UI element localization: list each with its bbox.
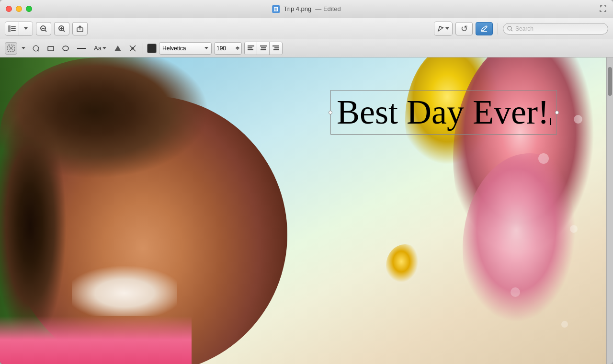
svg-rect-32 xyxy=(272,46,279,46)
font-dropdown-icon xyxy=(204,47,208,49)
svg-marker-24 xyxy=(114,46,121,51)
font-name-label: Helvetica xyxy=(162,45,186,52)
traffic-lights xyxy=(6,6,32,12)
adjust-icon xyxy=(129,45,136,52)
annotation-text[interactable]: Best Day Ever! xyxy=(337,93,549,131)
svg-rect-21 xyxy=(48,46,54,51)
zoom-out-button[interactable] xyxy=(36,22,51,35)
shirt xyxy=(0,316,192,364)
triangle-icon xyxy=(114,45,122,52)
align-left-button[interactable] xyxy=(245,42,257,55)
pen-tool-button[interactable] xyxy=(434,22,452,35)
dot3 xyxy=(570,225,578,233)
dot4 xyxy=(511,287,520,297)
handle-right[interactable] xyxy=(555,111,559,114)
selection-dropdown[interactable] xyxy=(20,42,27,55)
search-placeholder: Search xyxy=(515,25,534,32)
separator1 xyxy=(498,23,498,34)
expand-button[interactable] xyxy=(600,5,607,13)
scrollbar-vertical[interactable] xyxy=(606,57,613,364)
sidebar-toggle-button[interactable] xyxy=(5,22,19,35)
ellipse-tool-button[interactable] xyxy=(59,42,72,55)
search-box[interactable]: Search xyxy=(503,23,608,34)
handle-left[interactable] xyxy=(329,111,332,114)
smart-lasso-button[interactable] xyxy=(30,42,42,55)
zoom-in-button[interactable] xyxy=(54,22,69,35)
close-button[interactable] xyxy=(6,6,12,12)
canvas-area[interactable]: Best Day Ever! xyxy=(0,57,613,364)
line-icon xyxy=(77,45,86,52)
text-tool-button[interactable]: Aa xyxy=(91,42,109,55)
svg-rect-31 xyxy=(261,49,266,50)
font-selector[interactable]: Helvetica xyxy=(159,42,212,55)
svg-rect-27 xyxy=(248,47,252,48)
align-right-button[interactable] xyxy=(270,42,282,55)
search-icon xyxy=(507,26,513,32)
ellipse-icon xyxy=(62,45,69,52)
pool-bg xyxy=(303,272,606,364)
svg-rect-2 xyxy=(11,28,16,29)
text-tool-label: Aa xyxy=(94,45,102,52)
svg-rect-30 xyxy=(261,47,266,48)
text-annotation-box[interactable]: Best Day Ever! xyxy=(330,90,557,135)
share-button[interactable] xyxy=(72,22,88,35)
main-window: 🖼 Trip 4.png — Edited xyxy=(0,0,613,364)
selection-tool-button[interactable] xyxy=(5,42,17,55)
toolbar1: ↺ Search xyxy=(0,18,613,39)
small-yellow-balloon xyxy=(386,244,424,287)
scrollbar-thumb[interactable] xyxy=(608,67,612,96)
align-center-button[interactable] xyxy=(257,42,270,55)
svg-line-13 xyxy=(440,26,443,28)
titlebar-center: 🖼 Trip 4.png — Edited xyxy=(272,5,341,13)
text-cursor xyxy=(550,118,551,125)
titlebar: 🖼 Trip 4.png — Edited xyxy=(0,0,613,18)
align-right-icon xyxy=(272,46,279,51)
undo-icon: ↺ xyxy=(461,23,468,34)
minimize-button[interactable] xyxy=(16,6,22,12)
annotate-button[interactable] xyxy=(476,22,493,35)
window-title: Trip 4.png xyxy=(284,5,311,12)
dot1 xyxy=(574,115,582,124)
svg-rect-3 xyxy=(11,30,16,31)
chevron-down-icon2 xyxy=(236,48,239,50)
tb2-sep1 xyxy=(143,43,143,54)
dot5 xyxy=(561,321,568,328)
chevron-up-icon xyxy=(236,46,239,48)
font-size-selector[interactable]: 190 xyxy=(214,42,242,55)
adjust-tool-button[interactable] xyxy=(126,42,139,55)
line-tool-button[interactable] xyxy=(74,42,89,55)
undo-button[interactable]: ↺ xyxy=(455,22,473,35)
svg-rect-26 xyxy=(248,46,254,46)
toolbar2: Aa Helvetica 190 xyxy=(0,39,613,57)
rect-icon xyxy=(47,45,55,52)
text-align-group xyxy=(244,42,283,55)
chevron-down-icon xyxy=(22,47,25,49)
edited-label: — Edited xyxy=(315,5,341,12)
svg-point-22 xyxy=(63,46,68,51)
svg-line-8 xyxy=(63,30,65,32)
selection-icon xyxy=(7,45,15,52)
rectangle-tool-button[interactable] xyxy=(45,42,57,55)
sidebar-toggle-group xyxy=(5,22,33,36)
color-swatch[interactable] xyxy=(147,44,157,53)
svg-rect-1 xyxy=(11,26,16,27)
font-size-stepper[interactable] xyxy=(236,46,239,50)
svg-rect-33 xyxy=(274,47,279,48)
svg-line-16 xyxy=(511,30,512,31)
shape-tool-button[interactable] xyxy=(112,42,124,55)
smile-area xyxy=(72,259,177,316)
dot2 xyxy=(538,153,549,164)
text-dropdown-icon xyxy=(102,47,106,49)
svg-rect-0 xyxy=(8,25,11,32)
pen-tool-group xyxy=(434,22,453,36)
maximize-button[interactable] xyxy=(26,6,32,12)
sidebar-toggle-dropdown[interactable] xyxy=(19,22,33,35)
align-center-icon xyxy=(260,46,267,51)
svg-rect-29 xyxy=(260,46,267,46)
svg-point-15 xyxy=(508,26,511,30)
svg-rect-34 xyxy=(273,49,279,50)
align-left-icon xyxy=(248,46,254,51)
font-size-label: 190 xyxy=(216,45,226,52)
file-icon: 🖼 xyxy=(272,5,280,13)
lasso-icon xyxy=(32,45,40,52)
